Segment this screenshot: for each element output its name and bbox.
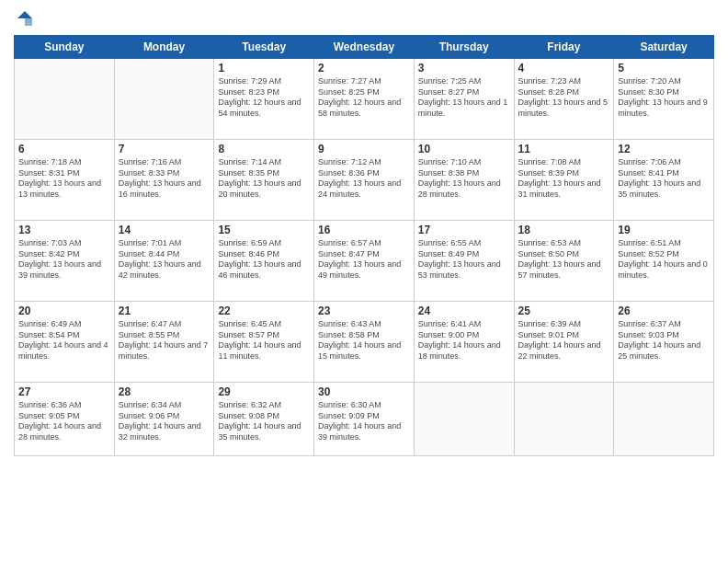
day-info: Sunrise: 7:23 AM Sunset: 8:28 PM Dayligh… bbox=[518, 76, 610, 120]
day-info: Sunrise: 6:53 AM Sunset: 8:50 PM Dayligh… bbox=[518, 238, 610, 282]
day-number: 25 bbox=[518, 304, 610, 317]
day-info: Sunrise: 7:18 AM Sunset: 8:31 PM Dayligh… bbox=[18, 157, 110, 201]
logo-icon bbox=[16, 9, 34, 28]
day-info: Sunrise: 7:25 AM Sunset: 8:27 PM Dayligh… bbox=[418, 76, 510, 120]
day-number: 29 bbox=[218, 385, 310, 398]
calendar-day-9: 9Sunrise: 7:12 AM Sunset: 8:36 PM Daylig… bbox=[314, 140, 415, 221]
calendar-day-10: 10Sunrise: 7:10 AM Sunset: 8:38 PM Dayli… bbox=[414, 140, 514, 221]
day-number: 3 bbox=[418, 62, 510, 75]
calendar-day-3: 3Sunrise: 7:25 AM Sunset: 8:27 PM Daylig… bbox=[414, 59, 514, 140]
day-number: 2 bbox=[318, 62, 410, 75]
calendar-empty-cell bbox=[614, 383, 714, 456]
day-header-sunday: Sunday bbox=[15, 36, 115, 59]
day-number: 17 bbox=[418, 224, 510, 236]
day-info: Sunrise: 6:32 AM Sunset: 9:08 PM Dayligh… bbox=[218, 400, 310, 443]
day-info: Sunrise: 6:47 AM Sunset: 8:55 PM Dayligh… bbox=[119, 319, 210, 362]
day-number: 12 bbox=[618, 143, 710, 155]
calendar-day-29: 29Sunrise: 6:32 AM Sunset: 9:08 PM Dayli… bbox=[214, 383, 314, 456]
day-number: 28 bbox=[119, 385, 210, 398]
day-number: 27 bbox=[18, 385, 110, 398]
day-number: 7 bbox=[119, 143, 210, 155]
calendar-day-23: 23Sunrise: 6:43 AM Sunset: 8:58 PM Dayli… bbox=[314, 302, 415, 383]
calendar-day-2: 2Sunrise: 7:27 AM Sunset: 8:25 PM Daylig… bbox=[314, 59, 415, 140]
calendar-day-17: 17Sunrise: 6:55 AM Sunset: 8:49 PM Dayli… bbox=[414, 221, 514, 302]
day-info: Sunrise: 7:06 AM Sunset: 8:41 PM Dayligh… bbox=[618, 157, 710, 201]
calendar-header-row: SundayMondayTuesdayWednesdayThursdayFrid… bbox=[15, 36, 714, 59]
calendar-day-25: 25Sunrise: 6:39 AM Sunset: 9:01 PM Dayli… bbox=[514, 302, 614, 383]
day-info: Sunrise: 6:43 AM Sunset: 8:58 PM Dayligh… bbox=[318, 319, 410, 362]
day-header-monday: Monday bbox=[114, 36, 214, 59]
calendar-day-5: 5Sunrise: 7:20 AM Sunset: 8:30 PM Daylig… bbox=[614, 59, 714, 140]
day-info: Sunrise: 6:49 AM Sunset: 8:54 PM Dayligh… bbox=[18, 319, 110, 362]
day-header-wednesday: Wednesday bbox=[314, 36, 415, 59]
day-number: 20 bbox=[18, 304, 110, 317]
calendar-week-4: 20Sunrise: 6:49 AM Sunset: 8:54 PM Dayli… bbox=[15, 302, 714, 383]
calendar-empty-cell bbox=[114, 59, 214, 140]
day-number: 22 bbox=[218, 304, 310, 317]
calendar-day-6: 6Sunrise: 7:18 AM Sunset: 8:31 PM Daylig… bbox=[15, 140, 115, 221]
day-header-friday: Friday bbox=[514, 36, 614, 59]
day-info: Sunrise: 6:30 AM Sunset: 9:09 PM Dayligh… bbox=[318, 400, 410, 443]
calendar-day-4: 4Sunrise: 7:23 AM Sunset: 8:28 PM Daylig… bbox=[514, 59, 614, 140]
logo bbox=[14, 9, 32, 28]
calendar-day-22: 22Sunrise: 6:45 AM Sunset: 8:57 PM Dayli… bbox=[214, 302, 314, 383]
day-info: Sunrise: 6:45 AM Sunset: 8:57 PM Dayligh… bbox=[218, 319, 310, 362]
calendar-day-27: 27Sunrise: 6:36 AM Sunset: 9:05 PM Dayli… bbox=[15, 383, 115, 456]
day-number: 16 bbox=[318, 224, 410, 236]
day-header-saturday: Saturday bbox=[614, 36, 714, 59]
svg-marker-0 bbox=[17, 11, 32, 18]
day-header-thursday: Thursday bbox=[414, 36, 514, 59]
calendar-body: 1Sunrise: 7:29 AM Sunset: 8:23 PM Daylig… bbox=[15, 59, 714, 456]
day-number: 13 bbox=[18, 224, 110, 236]
day-number: 21 bbox=[119, 304, 210, 317]
day-info: Sunrise: 6:34 AM Sunset: 9:06 PM Dayligh… bbox=[119, 400, 210, 443]
calendar-empty-cell bbox=[414, 383, 514, 456]
calendar-day-14: 14Sunrise: 7:01 AM Sunset: 8:44 PM Dayli… bbox=[114, 221, 214, 302]
day-number: 4 bbox=[518, 62, 610, 75]
day-info: Sunrise: 6:57 AM Sunset: 8:47 PM Dayligh… bbox=[318, 238, 410, 282]
calendar-week-2: 6Sunrise: 7:18 AM Sunset: 8:31 PM Daylig… bbox=[15, 140, 714, 221]
day-info: Sunrise: 6:39 AM Sunset: 9:01 PM Dayligh… bbox=[518, 319, 610, 362]
day-number: 30 bbox=[318, 385, 410, 398]
calendar-week-1: 1Sunrise: 7:29 AM Sunset: 8:23 PM Daylig… bbox=[15, 59, 714, 140]
calendar-day-28: 28Sunrise: 6:34 AM Sunset: 9:06 PM Dayli… bbox=[114, 383, 214, 456]
day-info: Sunrise: 7:12 AM Sunset: 8:36 PM Dayligh… bbox=[318, 157, 410, 201]
day-info: Sunrise: 7:27 AM Sunset: 8:25 PM Dayligh… bbox=[318, 76, 410, 120]
day-number: 1 bbox=[218, 62, 310, 75]
day-number: 15 bbox=[218, 224, 310, 236]
day-number: 8 bbox=[218, 143, 310, 155]
day-info: Sunrise: 7:10 AM Sunset: 8:38 PM Dayligh… bbox=[418, 157, 510, 201]
day-info: Sunrise: 6:59 AM Sunset: 8:46 PM Dayligh… bbox=[218, 238, 310, 282]
day-info: Sunrise: 7:08 AM Sunset: 8:39 PM Dayligh… bbox=[518, 157, 610, 201]
calendar-day-1: 1Sunrise: 7:29 AM Sunset: 8:23 PM Daylig… bbox=[214, 59, 314, 140]
calendar-day-7: 7Sunrise: 7:16 AM Sunset: 8:33 PM Daylig… bbox=[114, 140, 214, 221]
day-number: 18 bbox=[518, 224, 610, 236]
day-info: Sunrise: 6:37 AM Sunset: 9:03 PM Dayligh… bbox=[618, 319, 710, 362]
calendar-day-13: 13Sunrise: 7:03 AM Sunset: 8:42 PM Dayli… bbox=[15, 221, 115, 302]
day-number: 11 bbox=[518, 143, 610, 155]
day-number: 6 bbox=[18, 143, 110, 155]
day-number: 9 bbox=[318, 143, 410, 155]
calendar-day-19: 19Sunrise: 6:51 AM Sunset: 8:52 PM Dayli… bbox=[614, 221, 714, 302]
day-info: Sunrise: 6:41 AM Sunset: 9:00 PM Dayligh… bbox=[418, 319, 510, 362]
calendar-day-21: 21Sunrise: 6:47 AM Sunset: 8:55 PM Dayli… bbox=[114, 302, 214, 383]
calendar-week-3: 13Sunrise: 7:03 AM Sunset: 8:42 PM Dayli… bbox=[15, 221, 714, 302]
calendar-day-24: 24Sunrise: 6:41 AM Sunset: 9:00 PM Dayli… bbox=[414, 302, 514, 383]
calendar-empty-cell bbox=[514, 383, 614, 456]
calendar-day-8: 8Sunrise: 7:14 AM Sunset: 8:35 PM Daylig… bbox=[214, 140, 314, 221]
day-header-tuesday: Tuesday bbox=[214, 36, 314, 59]
calendar-day-12: 12Sunrise: 7:06 AM Sunset: 8:41 PM Dayli… bbox=[614, 140, 714, 221]
day-number: 5 bbox=[618, 62, 710, 75]
day-info: Sunrise: 6:55 AM Sunset: 8:49 PM Dayligh… bbox=[418, 238, 510, 282]
day-number: 24 bbox=[418, 304, 510, 317]
calendar-day-30: 30Sunrise: 6:30 AM Sunset: 9:09 PM Dayli… bbox=[314, 383, 415, 456]
day-number: 23 bbox=[318, 304, 410, 317]
calendar-week-5: 27Sunrise: 6:36 AM Sunset: 9:05 PM Dayli… bbox=[15, 383, 714, 456]
day-info: Sunrise: 7:29 AM Sunset: 8:23 PM Dayligh… bbox=[218, 76, 310, 120]
day-number: 14 bbox=[119, 224, 210, 236]
calendar-day-18: 18Sunrise: 6:53 AM Sunset: 8:50 PM Dayli… bbox=[514, 221, 614, 302]
day-info: Sunrise: 7:16 AM Sunset: 8:33 PM Dayligh… bbox=[119, 157, 210, 201]
svg-marker-1 bbox=[25, 18, 32, 26]
day-number: 10 bbox=[418, 143, 510, 155]
calendar-day-16: 16Sunrise: 6:57 AM Sunset: 8:47 PM Dayli… bbox=[314, 221, 415, 302]
